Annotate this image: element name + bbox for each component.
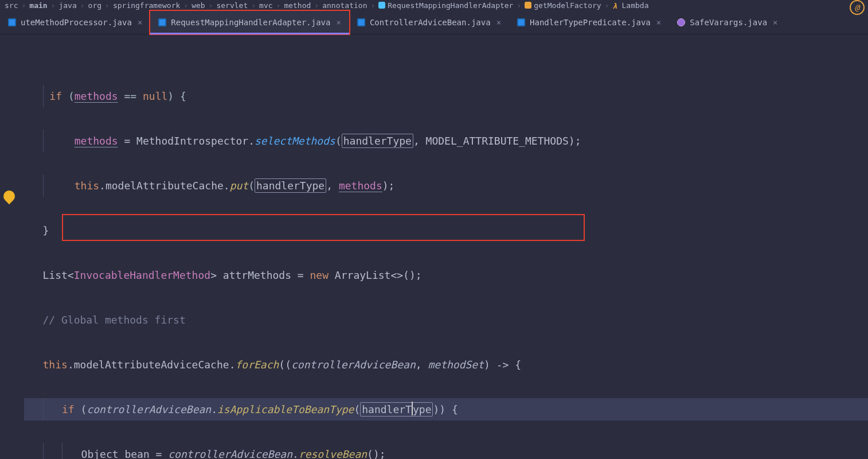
- bc-item[interactable]: method: [284, 1, 311, 10]
- intention-bulb-icon[interactable]: [1, 188, 17, 204]
- code-line: methods = MethodIntrospector.selectMetho…: [24, 130, 868, 152]
- breadcrumb: src› main› java› org› springframework› w…: [0, 0, 868, 10]
- code-line-highlighted: if (controllerAdviceBean.isApplicableToB…: [24, 398, 868, 421]
- code-line: if (methods == null) {: [24, 85, 868, 107]
- close-icon[interactable]: ×: [773, 18, 777, 27]
- code-line: // Global methods first: [24, 309, 868, 331]
- close-icon[interactable]: ×: [336, 18, 341, 27]
- tab-file[interactable]: SafeVarargs.java×: [669, 11, 785, 34]
- bc-item[interactable]: RequestMappingHandlerAdapter: [388, 1, 513, 10]
- bc-item[interactable]: annotation: [322, 1, 367, 10]
- java-class-icon: [517, 18, 525, 26]
- class-icon: [378, 2, 385, 9]
- bc-item[interactable]: Lambda: [622, 1, 649, 10]
- bc-item[interactable]: getModelFactory: [534, 1, 601, 10]
- code-line: List<InvocableHandlerMethod> attrMethods…: [24, 264, 868, 286]
- bc-item[interactable]: java: [58, 1, 76, 10]
- close-icon[interactable]: ×: [496, 18, 501, 27]
- bc-item[interactable]: servlet: [216, 1, 248, 10]
- code-editor[interactable]: if (methods == null) { methods = MethodI…: [0, 34, 868, 459]
- method-icon: [525, 2, 531, 9]
- lambda-icon: λ: [613, 2, 620, 9]
- code-line: this.modelAttributeAdviceCache.forEach((…: [24, 353, 868, 376]
- java-class-icon: [357, 18, 365, 26]
- tab-file-active[interactable]: RequestMappingHandlerAdapter.java×: [150, 11, 349, 34]
- tab-label: HandlerTypePredicate.java: [530, 18, 651, 27]
- bc-item[interactable]: org: [88, 1, 101, 10]
- annotation-icon: [677, 18, 685, 26]
- close-icon[interactable]: ×: [138, 18, 142, 27]
- reader-mode-icon[interactable]: @: [850, 0, 865, 10]
- bc-item[interactable]: src: [5, 1, 18, 10]
- bc-item[interactable]: springframework: [113, 1, 180, 10]
- bc-item[interactable]: web: [191, 1, 205, 10]
- tab-file[interactable]: HandlerTypePredicate.java×: [509, 11, 669, 34]
- tab-label: SafeVarargs.java: [690, 18, 767, 27]
- tab-label: uteMethodProcessor.java: [21, 18, 132, 27]
- java-class-icon: [8, 18, 16, 26]
- tab-file[interactable]: ControllerAdviceBean.java×: [349, 11, 509, 34]
- bc-item[interactable]: mvc: [259, 1, 272, 10]
- code-line: Object bean = controllerAdviceBean.resol…: [24, 443, 868, 459]
- editor-tabbar: uteMethodProcessor.java× RequestMappingH…: [0, 10, 868, 34]
- tab-label: RequestMappingHandlerAdapter.java: [171, 18, 330, 27]
- code-line: }: [24, 219, 868, 242]
- java-class-icon: [158, 18, 166, 26]
- tab-file[interactable]: uteMethodProcessor.java×: [0, 11, 150, 34]
- code-line: this.modelAttributeCache.put(handlerType…: [24, 174, 868, 197]
- tab-label: ControllerAdviceBean.java: [370, 18, 491, 27]
- bc-item[interactable]: main: [29, 1, 47, 10]
- close-icon[interactable]: ×: [656, 18, 661, 27]
